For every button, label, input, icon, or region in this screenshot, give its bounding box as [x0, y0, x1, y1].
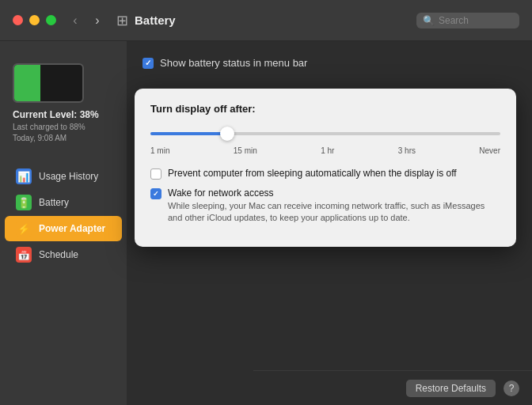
restore-defaults-button[interactable]: Restore Defaults — [406, 380, 496, 397]
slider-thumb[interactable] — [220, 127, 234, 141]
wake-network-label: Wake for network access — [168, 187, 500, 199]
sidebar-item-schedule[interactable]: 📅 Schedule — [5, 242, 122, 267]
back-button[interactable]: ‹ — [66, 11, 85, 30]
battery-icon — [13, 63, 84, 103]
content-area: Show battery status in menu bar Turn dis… — [127, 41, 532, 405]
minimize-button[interactable] — [29, 15, 40, 25]
slider-track-wrap — [150, 126, 500, 142]
wake-network-row: Wake for network access While sleeping, … — [150, 187, 500, 225]
sidebar-item-battery-label: Battery — [39, 197, 69, 208]
traffic-lights — [13, 15, 56, 25]
slider-label-3hrs: 3 hrs — [398, 146, 416, 155]
sidebar: Current Level: 38% Last charged to 88% T… — [0, 41, 127, 405]
prevent-sleep-content: Prevent computer from sleeping automatic… — [168, 168, 457, 179]
popup-panel: Turn display off after: 1 min 15 min 1 h… — [135, 89, 516, 247]
close-button[interactable] — [13, 15, 23, 25]
sidebar-nav: 📊 Usage History 🔋 Battery ⚡ Power Adapte… — [0, 163, 127, 268]
sidebar-item-power-adapter[interactable]: ⚡ Power Adapter — [5, 216, 122, 241]
usage-history-icon: 📊 — [16, 168, 32, 184]
page-title: Battery — [135, 13, 416, 27]
battery-timestamp: Today, 9:08 AM — [13, 133, 114, 144]
prevent-sleep-label: Prevent computer from sleeping automatic… — [168, 168, 457, 179]
search-input[interactable] — [439, 15, 513, 26]
battery-last-charged: Last charged to 88% — [13, 122, 114, 133]
battery-fill — [14, 65, 40, 101]
battery-widget: Current Level: 38% Last charged to 88% T… — [0, 54, 127, 157]
show-status-label: Show battery status in menu bar — [160, 57, 307, 69]
nav-arrows: ‹ › — [66, 11, 107, 30]
wake-network-checkbox[interactable] — [150, 188, 162, 199]
show-status-checkbox[interactable] — [142, 58, 154, 69]
sidebar-item-schedule-label: Schedule — [39, 249, 78, 260]
sidebar-item-label: Usage History — [39, 171, 98, 182]
slider-label-1hr: 1 hr — [321, 146, 334, 155]
prevent-sleep-row: Prevent computer from sleeping automatic… — [150, 168, 500, 180]
maximize-button[interactable] — [46, 15, 56, 25]
search-box[interactable]: 🔍 — [416, 13, 519, 28]
wake-network-content: Wake for network access While sleeping, … — [168, 187, 500, 225]
help-button[interactable]: ? — [504, 380, 519, 396]
slider-label-1min: 1 min — [150, 146, 169, 155]
slider-track-filled — [150, 132, 227, 135]
wake-network-desc: While sleeping, your Mac can receive inc… — [168, 200, 500, 225]
slider-labels: 1 min 15 min 1 hr 3 hrs Never — [150, 146, 500, 155]
search-icon: 🔍 — [423, 15, 435, 26]
main-area: Current Level: 38% Last charged to 88% T… — [0, 41, 532, 405]
power-adapter-icon: ⚡ — [16, 221, 32, 237]
titlebar: ‹ › ⊞ Battery 🔍 — [0, 0, 532, 41]
prevent-sleep-checkbox[interactable] — [150, 168, 162, 180]
slider-container: 1 min 15 min 1 hr 3 hrs Never — [150, 126, 500, 155]
forward-button[interactable]: › — [88, 11, 107, 30]
slider-track[interactable] — [150, 132, 500, 135]
sidebar-item-battery[interactable]: 🔋 Battery — [5, 190, 122, 215]
schedule-icon: 📅 — [16, 247, 32, 263]
show-status-row: Show battery status in menu bar — [142, 57, 516, 69]
bottom-bar: Restore Defaults ? — [253, 370, 532, 405]
popup-title: Turn display off after: — [150, 103, 500, 115]
battery-current-level: Current Level: 38% — [13, 109, 114, 120]
grid-icon[interactable]: ⊞ — [116, 12, 128, 29]
battery-nav-icon: 🔋 — [16, 195, 32, 210]
slider-label-never: Never — [479, 146, 500, 155]
sidebar-item-usage-history[interactable]: 📊 Usage History — [5, 164, 122, 189]
slider-label-15min: 15 min — [234, 146, 257, 155]
sidebar-item-power-label: Power Adapter — [39, 223, 105, 234]
